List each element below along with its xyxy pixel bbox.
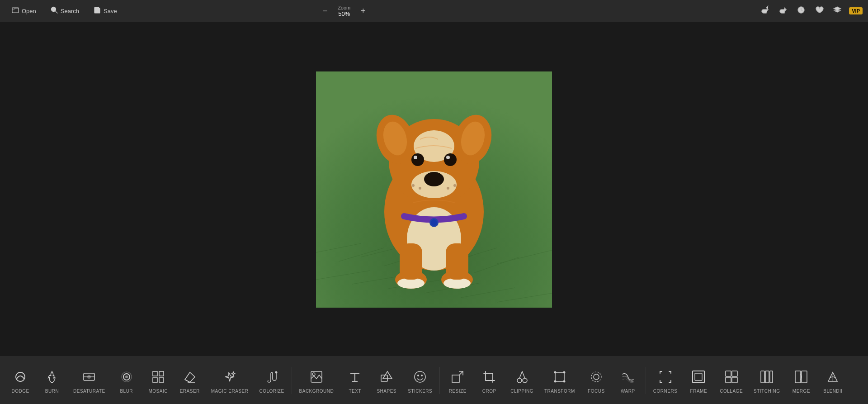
svg-point-42 (431, 219, 437, 226)
svg-point-55 (125, 375, 128, 378)
search-button[interactable]: Search (44, 4, 85, 18)
svg-point-31 (444, 153, 457, 166)
svg-point-68 (421, 375, 423, 376)
tool-crop[interactable]: CROP (473, 364, 505, 397)
dog-image-svg (316, 71, 552, 308)
tool-divider-2 (439, 367, 440, 394)
stitching-icon (758, 368, 776, 386)
svg-point-80 (591, 372, 601, 382)
tool-clipping[interactable]: CLIPPING (505, 364, 539, 397)
collage-icon (722, 368, 741, 386)
eraser-label: ERASER (180, 389, 200, 394)
resize-label: RESIZE (449, 389, 467, 394)
tool-dodge[interactable]: DODGE (5, 364, 36, 397)
open-button[interactable]: Open (5, 4, 42, 18)
frame-label: FRAME (690, 389, 708, 394)
text-label: TEXT (349, 389, 361, 394)
svg-point-39 (453, 184, 456, 187)
svg-rect-84 (732, 371, 737, 376)
tool-magic-eraser[interactable]: MAGIC ERASER (206, 364, 254, 397)
history-icon[interactable] (795, 4, 807, 19)
background-label: BACKGROUND (299, 389, 334, 394)
svg-rect-56 (153, 371, 157, 376)
blendii-icon (824, 368, 842, 386)
svg-point-36 (424, 172, 444, 186)
tool-burn[interactable]: BURN (36, 364, 68, 397)
shapes-label: SHAPES (377, 389, 396, 394)
tool-collage[interactable]: COLLAGE (714, 364, 748, 397)
tool-blur[interactable]: BLUR (111, 364, 142, 397)
collage-label: COLLAGE (720, 389, 743, 394)
clipping-icon (513, 368, 531, 386)
tool-background[interactable]: BACKGROUND (294, 364, 340, 397)
svg-point-52 (87, 375, 91, 379)
svg-rect-90 (795, 371, 801, 383)
tool-warp[interactable]: WARP (612, 364, 644, 397)
canvas-area (0, 22, 868, 356)
svg-rect-82 (695, 373, 702, 380)
tool-eraser[interactable]: ERASER (174, 364, 206, 397)
favorite-icon[interactable] (813, 4, 826, 19)
tool-shapes[interactable]: SHAPES (371, 364, 402, 397)
frame-icon (689, 368, 708, 386)
warp-icon (619, 368, 637, 386)
bottom-toolbar: DODGE BURN DESATURATE BLUR (0, 356, 868, 404)
burn-icon (43, 368, 61, 386)
focus-label: FOCUS (588, 389, 605, 394)
colorize-icon (263, 368, 281, 386)
svg-rect-74 (555, 372, 564, 381)
tool-divider-1 (292, 367, 292, 394)
tool-colorize[interactable]: COLORIZE (254, 364, 289, 397)
svg-point-61 (275, 371, 278, 373)
tool-focus[interactable]: FOCUS (580, 364, 612, 397)
svg-line-2 (55, 11, 57, 14)
resize-icon (448, 368, 467, 386)
svg-point-63 (312, 373, 315, 375)
svg-rect-86 (732, 377, 737, 383)
open-label: Open (22, 8, 36, 14)
svg-rect-69 (452, 375, 459, 382)
crop-label: CROP (482, 389, 496, 394)
svg-rect-47 (400, 243, 422, 280)
svg-line-72 (519, 371, 522, 378)
tool-text[interactable]: TEXT (339, 364, 371, 397)
svg-rect-81 (693, 371, 704, 383)
tool-stickers[interactable]: STICKERS (402, 364, 438, 397)
shapes-icon (377, 368, 396, 386)
clipping-label: CLIPPING (510, 389, 533, 394)
svg-point-49 (16, 372, 25, 381)
tool-merge[interactable]: MERGE (785, 364, 817, 397)
redo-icon[interactable] (777, 4, 789, 19)
tool-desaturate[interactable]: DESATURATE (68, 364, 111, 397)
svg-point-76 (563, 371, 565, 373)
top-toolbar: Open Search Save − Zoom 50% + (0, 0, 868, 22)
svg-point-37 (412, 184, 415, 187)
svg-rect-88 (765, 371, 769, 383)
blendii-label: BLENDII (823, 389, 842, 394)
mosaic-icon (149, 368, 167, 386)
undo-icon[interactable] (759, 4, 771, 19)
image-canvas[interactable] (316, 71, 552, 308)
zoom-out-button[interactable]: − (319, 5, 331, 17)
zoom-control: − Zoom 50% + (319, 5, 369, 17)
merge-label: MERGE (793, 389, 810, 394)
svg-point-77 (554, 380, 556, 382)
magic-eraser-icon (221, 368, 239, 386)
tool-mosaic[interactable]: MOSAIC (142, 364, 174, 397)
vip-badge[interactable]: VIP (849, 7, 863, 14)
tool-corners[interactable]: CORNERS (648, 364, 683, 397)
tool-frame[interactable]: FRAME (683, 364, 714, 397)
desaturate-icon (80, 368, 98, 386)
tool-transform[interactable]: TRANSFORM (539, 364, 580, 397)
svg-point-79 (594, 374, 599, 380)
save-button[interactable]: Save (87, 4, 123, 18)
svg-rect-87 (761, 371, 764, 383)
tool-stitching[interactable]: STITCHING (748, 364, 785, 397)
layers-icon[interactable] (831, 4, 844, 19)
zoom-in-button[interactable]: + (357, 5, 369, 17)
tool-resize[interactable]: RESIZE (442, 364, 473, 397)
svg-rect-85 (726, 377, 731, 383)
svg-rect-83 (726, 371, 731, 376)
save-icon (94, 6, 101, 15)
tool-blendii[interactable]: BLENDII (817, 364, 849, 397)
